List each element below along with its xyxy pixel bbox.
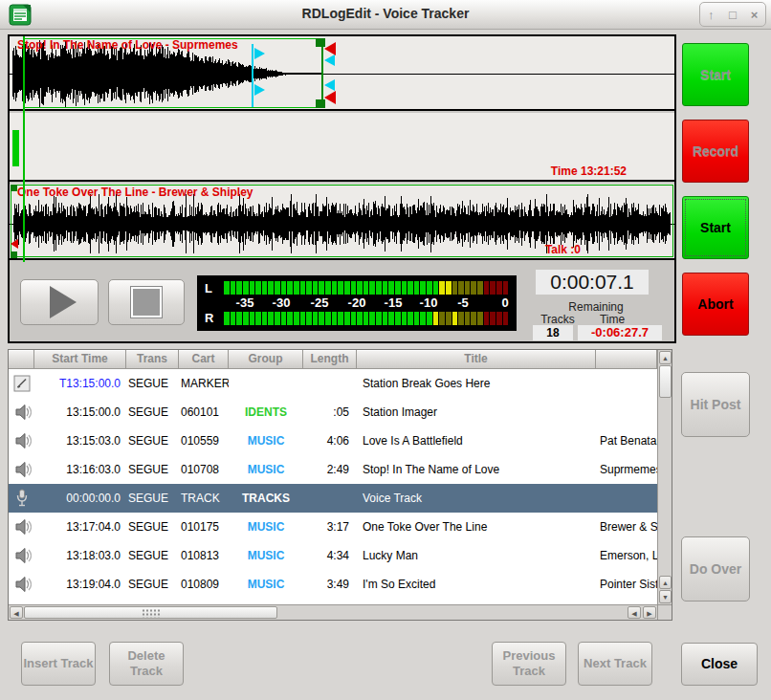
column-header-artist[interactable] bbox=[596, 350, 657, 369]
do-over-button[interactable]: Do Over bbox=[681, 536, 750, 602]
talk-end-marker-top-icon[interactable] bbox=[324, 55, 335, 66]
table-row[interactable]: 13:17:04.0 SEGUE 010175 MUSIC 3:17 One T… bbox=[9, 513, 657, 541]
voice-tracker-panel: Stop! In The Name of Love - Suprmemes Ti… bbox=[8, 34, 676, 343]
play-button[interactable] bbox=[20, 279, 99, 325]
column-header-length[interactable]: Length bbox=[303, 350, 357, 369]
segue-end-line[interactable] bbox=[321, 38, 323, 108]
next-track-button[interactable]: Next Track bbox=[578, 642, 652, 686]
table-row[interactable]: 13:15:03.0 SEGUE 010559 MUSIC 4:06 Love … bbox=[9, 427, 657, 455]
column-header-trans[interactable]: Trans bbox=[126, 350, 179, 369]
talk-marker-top-icon[interactable] bbox=[254, 48, 265, 59]
vu-segment bbox=[313, 281, 319, 295]
vu-segment bbox=[281, 312, 287, 325]
shade-window-button[interactable]: ↑ bbox=[701, 8, 720, 22]
scroll-left-button-right[interactable]: ◀ bbox=[628, 606, 641, 619]
track3-end-handle[interactable] bbox=[11, 252, 17, 258]
table-row[interactable]: 13:19:04.0 SEGUE 010809 MUSIC 3:49 I'm S… bbox=[9, 570, 657, 599]
row-type-icon bbox=[9, 427, 34, 455]
start-track1-button[interactable]: Start bbox=[682, 43, 749, 106]
previous-track-button[interactable]: Previous Track bbox=[492, 642, 566, 686]
table-row[interactable]: 00:00:00.0 SEGUE TRACK TRACKS Voice Trac… bbox=[9, 484, 657, 513]
horizontal-scroll-thumb[interactable] bbox=[24, 606, 277, 619]
delete-track-button[interactable]: Delete Track bbox=[109, 642, 184, 686]
vu-segment bbox=[465, 312, 471, 325]
scroll-right-button[interactable]: ▶ bbox=[643, 606, 656, 619]
vu-segment bbox=[300, 312, 306, 325]
vu-segment bbox=[427, 312, 432, 325]
vertical-scrollbar[interactable]: ▲ ▲ ▼ bbox=[657, 350, 672, 604]
column-header-start-time[interactable]: Start Time bbox=[34, 350, 126, 369]
vu-segment bbox=[383, 281, 388, 295]
track3-fade-marker-icon[interactable] bbox=[11, 239, 18, 249]
scroll-up-button[interactable]: ▲ bbox=[659, 351, 672, 364]
row-type-icon bbox=[9, 398, 34, 427]
vu-segment bbox=[236, 312, 242, 325]
rdlogedit-voice-tracker-window: RDLogEdit - Voice Tracker ↑ □ × Stop! In… bbox=[0, 0, 771, 700]
start-track3-button[interactable]: Start bbox=[682, 196, 749, 259]
track3-start-handle[interactable] bbox=[11, 185, 17, 191]
row-length: 2:49 bbox=[303, 463, 357, 476]
talk-end-marker-bottom-icon[interactable] bbox=[324, 79, 335, 91]
track2-voicetrack-box[interactable]: Time 13:21:52 bbox=[10, 113, 674, 182]
vu-segment bbox=[224, 312, 230, 325]
vu-segment bbox=[471, 312, 476, 325]
column-header-cart[interactable]: Cart bbox=[179, 350, 229, 369]
talk-marker-line[interactable] bbox=[252, 44, 253, 107]
vu-segment bbox=[452, 312, 458, 325]
column-header-icon[interactable] bbox=[9, 350, 34, 369]
row-cart: 010809 bbox=[179, 578, 229, 591]
row-start-time: 13:17:04.0 bbox=[34, 520, 126, 534]
window-title: RDLogEdit - Voice Tracker bbox=[0, 6, 771, 21]
vu-segment bbox=[357, 312, 363, 325]
vu-segment bbox=[446, 281, 452, 295]
vu-segment bbox=[402, 312, 408, 325]
row-type-icon bbox=[9, 541, 34, 570]
vu-segment bbox=[351, 312, 357, 325]
fade-marker-bottom-icon[interactable] bbox=[324, 91, 336, 104]
vu-segment bbox=[388, 281, 394, 295]
close-window-button[interactable]: × bbox=[745, 8, 764, 22]
scroll-down-button[interactable]: ▼ bbox=[659, 590, 672, 603]
maximize-window-button[interactable]: □ bbox=[723, 8, 742, 22]
row-length: :05 bbox=[303, 405, 357, 419]
table-row[interactable]: 13:18:03.0 SEGUE 010813 MUSIC 4:34 Lucky… bbox=[9, 541, 657, 570]
vu-segment bbox=[294, 312, 299, 325]
vu-segment bbox=[408, 281, 413, 295]
vu-segment bbox=[243, 281, 249, 295]
fade-marker-top-icon[interactable] bbox=[324, 42, 336, 55]
vu-segment bbox=[319, 281, 324, 295]
row-artist: Pointer Sisters bbox=[596, 578, 657, 591]
vertical-scroll-thumb[interactable] bbox=[659, 365, 672, 398]
abort-button[interactable]: Abort bbox=[682, 273, 749, 336]
vu-scale-label: -20 bbox=[348, 295, 366, 310]
scroll-left-button[interactable]: ◀ bbox=[10, 606, 23, 619]
row-cart: 010175 bbox=[179, 520, 229, 534]
record-level-bar bbox=[12, 130, 19, 166]
record-button[interactable]: Record bbox=[682, 120, 749, 183]
playback-cursor[interactable] bbox=[23, 36, 25, 262]
row-cart: 010559 bbox=[179, 434, 229, 448]
table-row[interactable]: 13:15:00.0 SEGUE 060101 IDENTS :05 Stati… bbox=[9, 398, 657, 427]
vu-right-segments bbox=[224, 312, 509, 325]
horizontal-scrollbar[interactable]: ◀ ◀ ▶ bbox=[9, 604, 657, 620]
talk-marker-bottom-icon[interactable] bbox=[254, 84, 265, 96]
vu-segment bbox=[294, 281, 299, 295]
vu-left-label: L bbox=[205, 281, 220, 295]
column-header-group[interactable]: Group bbox=[229, 350, 303, 369]
insert-track-button[interactable]: Insert Track bbox=[21, 642, 96, 686]
row-artist: Emerson, Lake & Palmer bbox=[596, 549, 657, 562]
track1-waveform-box[interactable]: Stop! In The Name of Love - Suprmemes bbox=[10, 36, 674, 111]
row-trans: SEGUE bbox=[126, 549, 179, 562]
vu-segment bbox=[484, 281, 490, 295]
stop-button[interactable] bbox=[108, 279, 185, 325]
hit-post-button[interactable]: Hit Post bbox=[681, 372, 750, 437]
scroll-up-button-bottom[interactable]: ▲ bbox=[659, 576, 672, 589]
column-header-title[interactable]: Title bbox=[357, 350, 596, 369]
close-button[interactable]: Close bbox=[681, 643, 758, 686]
table-row[interactable]: 13:16:03.0 SEGUE 010708 MUSIC 2:49 Stop!… bbox=[9, 455, 657, 484]
table-row[interactable]: T13:15:00.0 SEGUE MARKER Station Break G… bbox=[9, 369, 657, 398]
vu-segment bbox=[388, 312, 394, 325]
track3-waveform-box[interactable]: One Toke Over The Line - Brewer & Shiple… bbox=[10, 184, 674, 260]
vu-segment bbox=[420, 281, 426, 295]
vu-segment bbox=[344, 281, 350, 295]
